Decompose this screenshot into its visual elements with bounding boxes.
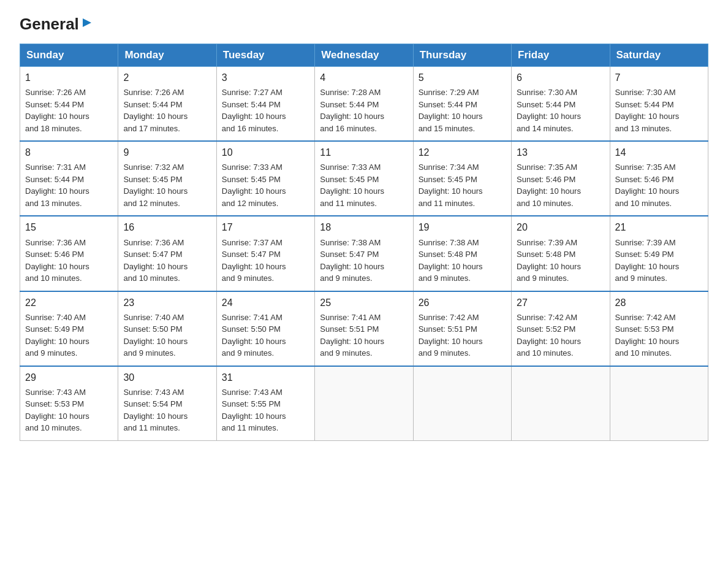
calendar-header-wednesday: Wednesday — [315, 44, 413, 67]
day-info: Sunrise: 7:43 AMSunset: 5:53 PMDaylight:… — [25, 386, 113, 434]
calendar-cell: 10Sunrise: 7:33 AMSunset: 5:45 PMDayligh… — [216, 141, 314, 216]
calendar-cell: 23Sunrise: 7:40 AMSunset: 5:50 PMDayligh… — [118, 291, 216, 366]
day-number: 31 — [222, 370, 309, 385]
calendar-cell: 21Sunrise: 7:39 AMSunset: 5:49 PMDayligh… — [610, 216, 708, 291]
calendar-cell: 4Sunrise: 7:28 AMSunset: 5:44 PMDaylight… — [315, 67, 413, 142]
day-info: Sunrise: 7:30 AMSunset: 5:44 PMDaylight:… — [615, 86, 703, 134]
day-number: 5 — [419, 71, 506, 85]
day-number: 16 — [123, 220, 211, 234]
calendar-cell: 26Sunrise: 7:42 AMSunset: 5:51 PMDayligh… — [413, 291, 511, 366]
calendar-cell: 22Sunrise: 7:40 AMSunset: 5:49 PMDayligh… — [20, 291, 118, 366]
calendar-cell: 6Sunrise: 7:30 AMSunset: 5:44 PMDaylight… — [512, 67, 610, 142]
day-info: Sunrise: 7:39 AMSunset: 5:48 PMDaylight:… — [517, 237, 604, 285]
calendar-cell: 15Sunrise: 7:36 AMSunset: 5:46 PMDayligh… — [20, 216, 118, 291]
calendar-cell: 19Sunrise: 7:38 AMSunset: 5:48 PMDayligh… — [413, 216, 511, 291]
calendar-header-thursday: Thursday — [413, 44, 511, 67]
day-number: 7 — [615, 71, 703, 85]
calendar-cell: 16Sunrise: 7:36 AMSunset: 5:47 PMDayligh… — [118, 216, 216, 291]
day-number: 8 — [25, 145, 113, 159]
day-number: 10 — [222, 145, 309, 159]
day-info: Sunrise: 7:38 AMSunset: 5:47 PMDaylight:… — [320, 237, 408, 285]
day-number: 17 — [222, 220, 309, 234]
calendar-week-row: 22Sunrise: 7:40 AMSunset: 5:49 PMDayligh… — [20, 291, 708, 366]
day-info: Sunrise: 7:36 AMSunset: 5:46 PMDaylight:… — [25, 237, 113, 285]
calendar-cell: 31Sunrise: 7:43 AMSunset: 5:55 PMDayligh… — [216, 366, 314, 441]
day-number: 13 — [517, 145, 604, 159]
calendar-header-tuesday: Tuesday — [216, 44, 314, 67]
day-number: 15 — [25, 220, 113, 234]
calendar-cell: 12Sunrise: 7:34 AMSunset: 5:45 PMDayligh… — [413, 141, 511, 216]
calendar-week-row: 1Sunrise: 7:26 AMSunset: 5:44 PMDaylight… — [20, 67, 708, 142]
day-info: Sunrise: 7:28 AMSunset: 5:44 PMDaylight:… — [320, 86, 408, 134]
day-number: 30 — [123, 370, 211, 385]
day-info: Sunrise: 7:29 AMSunset: 5:44 PMDaylight:… — [419, 86, 506, 134]
day-number: 29 — [25, 370, 113, 385]
calendar-cell: 17Sunrise: 7:37 AMSunset: 5:47 PMDayligh… — [216, 216, 314, 291]
day-info: Sunrise: 7:36 AMSunset: 5:47 PMDaylight:… — [123, 237, 211, 285]
day-info: Sunrise: 7:40 AMSunset: 5:49 PMDaylight:… — [25, 312, 113, 359]
day-number: 4 — [320, 71, 408, 85]
calendar-cell: 3Sunrise: 7:27 AMSunset: 5:44 PMDaylight… — [216, 67, 314, 142]
day-info: Sunrise: 7:39 AMSunset: 5:49 PMDaylight:… — [615, 237, 703, 285]
calendar-week-row: 15Sunrise: 7:36 AMSunset: 5:46 PMDayligh… — [20, 216, 708, 291]
day-info: Sunrise: 7:41 AMSunset: 5:50 PMDaylight:… — [222, 312, 309, 359]
day-number: 20 — [517, 220, 604, 234]
calendar-table: SundayMondayTuesdayWednesdayThursdayFrid… — [20, 44, 708, 441]
calendar-cell: 25Sunrise: 7:41 AMSunset: 5:51 PMDayligh… — [315, 291, 413, 366]
page: General SundayMondayTuesdayWednesdayThur… — [0, 0, 728, 461]
day-info: Sunrise: 7:32 AMSunset: 5:45 PMDaylight:… — [123, 161, 211, 209]
calendar-header-friday: Friday — [512, 44, 610, 67]
day-info: Sunrise: 7:42 AMSunset: 5:53 PMDaylight:… — [615, 312, 703, 359]
day-info: Sunrise: 7:30 AMSunset: 5:44 PMDaylight:… — [517, 86, 604, 134]
calendar-cell: 14Sunrise: 7:35 AMSunset: 5:46 PMDayligh… — [610, 141, 708, 216]
day-info: Sunrise: 7:35 AMSunset: 5:46 PMDaylight:… — [517, 161, 604, 209]
calendar-cell: 24Sunrise: 7:41 AMSunset: 5:50 PMDayligh… — [216, 291, 314, 366]
day-info: Sunrise: 7:33 AMSunset: 5:45 PMDaylight:… — [320, 161, 408, 209]
calendar-cell — [315, 366, 413, 441]
calendar-cell — [512, 366, 610, 441]
day-number: 25 — [320, 296, 408, 310]
calendar-header-saturday: Saturday — [610, 44, 708, 67]
calendar-header-monday: Monday — [118, 44, 216, 67]
day-info: Sunrise: 7:31 AMSunset: 5:44 PMDaylight:… — [25, 161, 113, 209]
logo-text: General — [20, 15, 94, 34]
calendar-cell: 30Sunrise: 7:43 AMSunset: 5:54 PMDayligh… — [118, 366, 216, 441]
day-number: 18 — [320, 220, 408, 234]
day-info: Sunrise: 7:42 AMSunset: 5:51 PMDaylight:… — [419, 312, 506, 359]
day-number: 26 — [419, 296, 506, 310]
day-info: Sunrise: 7:34 AMSunset: 5:45 PMDaylight:… — [419, 161, 506, 209]
day-info: Sunrise: 7:40 AMSunset: 5:50 PMDaylight:… — [123, 312, 211, 359]
day-number: 9 — [123, 145, 211, 159]
header: General — [20, 15, 708, 33]
day-info: Sunrise: 7:37 AMSunset: 5:47 PMDaylight:… — [222, 237, 309, 285]
day-info: Sunrise: 7:26 AMSunset: 5:44 PMDaylight:… — [25, 86, 113, 134]
day-number: 2 — [123, 71, 211, 85]
calendar-cell: 1Sunrise: 7:26 AMSunset: 5:44 PMDaylight… — [20, 67, 118, 142]
day-info: Sunrise: 7:35 AMSunset: 5:46 PMDaylight:… — [615, 161, 703, 209]
calendar-header-row: SundayMondayTuesdayWednesdayThursdayFrid… — [20, 44, 708, 67]
calendar-cell: 11Sunrise: 7:33 AMSunset: 5:45 PMDayligh… — [315, 141, 413, 216]
day-number: 21 — [615, 220, 703, 234]
logo: General — [20, 15, 94, 33]
day-number: 6 — [517, 71, 604, 85]
calendar-cell: 7Sunrise: 7:30 AMSunset: 5:44 PMDaylight… — [610, 67, 708, 142]
day-info: Sunrise: 7:33 AMSunset: 5:45 PMDaylight:… — [222, 161, 309, 209]
day-info: Sunrise: 7:26 AMSunset: 5:44 PMDaylight:… — [123, 86, 211, 134]
calendar-cell: 20Sunrise: 7:39 AMSunset: 5:48 PMDayligh… — [512, 216, 610, 291]
calendar-cell: 13Sunrise: 7:35 AMSunset: 5:46 PMDayligh… — [512, 141, 610, 216]
calendar-cell: 29Sunrise: 7:43 AMSunset: 5:53 PMDayligh… — [20, 366, 118, 441]
day-number: 3 — [222, 71, 309, 85]
calendar-header-sunday: Sunday — [20, 44, 118, 67]
calendar-cell: 2Sunrise: 7:26 AMSunset: 5:44 PMDaylight… — [118, 67, 216, 142]
day-number: 22 — [25, 296, 113, 310]
calendar-cell: 9Sunrise: 7:32 AMSunset: 5:45 PMDaylight… — [118, 141, 216, 216]
svg-marker-0 — [83, 18, 91, 27]
calendar-cell: 18Sunrise: 7:38 AMSunset: 5:47 PMDayligh… — [315, 216, 413, 291]
day-number: 11 — [320, 145, 408, 159]
calendar-cell: 5Sunrise: 7:29 AMSunset: 5:44 PMDaylight… — [413, 67, 511, 142]
day-number: 1 — [25, 71, 113, 85]
day-info: Sunrise: 7:42 AMSunset: 5:52 PMDaylight:… — [517, 312, 604, 359]
day-info: Sunrise: 7:43 AMSunset: 5:55 PMDaylight:… — [222, 386, 309, 434]
day-number: 12 — [419, 145, 506, 159]
calendar-cell: 8Sunrise: 7:31 AMSunset: 5:44 PMDaylight… — [20, 141, 118, 216]
